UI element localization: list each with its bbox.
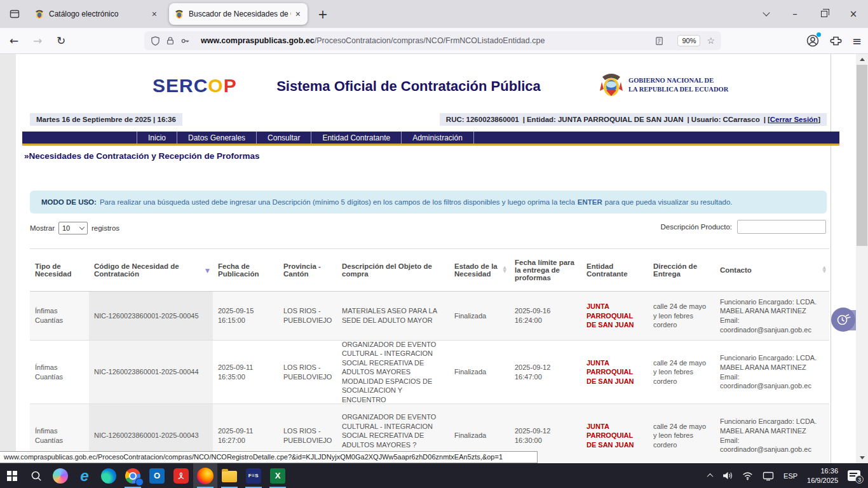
forward-button[interactable]: → [28, 31, 47, 50]
page-scrollbar[interactable] [856, 54, 868, 463]
screen-share-icon[interactable] [763, 471, 774, 481]
product-description-input[interactable] [737, 220, 826, 234]
cell-fecha-limite: 2025-09-12 16:47:00 [510, 341, 581, 403]
sort-both-icon: ▲▼ [823, 266, 826, 273]
taskbar-outlook-button[interactable]: O [145, 463, 169, 488]
bracket: ] [818, 116, 820, 123]
ruc-value: 1260023860001 [466, 116, 519, 123]
logout-link[interactable]: Cerrar Sesión [770, 116, 818, 123]
cell-contacto: Funcionario Encargado: LCDA. MABEL ARANA… [715, 292, 829, 340]
col-header-provincia: Provincia - Cantón [278, 249, 337, 291]
tab-buscador-active[interactable]: Buscador de Necesidades de Co × [169, 3, 308, 25]
ecuador-crest-favicon [34, 9, 44, 19]
new-tab-button[interactable]: + [314, 7, 332, 21]
lock-icon[interactable] [166, 36, 175, 45]
usuario-label: Usuario: [691, 116, 721, 123]
tab-close-icon[interactable]: × [294, 9, 302, 19]
cell-entidad-link[interactable]: JUNTA PARROQUIAL DE SAN JUAN [581, 341, 648, 403]
speaker-icon[interactable] [722, 470, 733, 481]
cell-descripcion: ORGANIZADOR DE EVENTO CULTURAL - INTEGRA… [337, 341, 449, 403]
cell-direccion: calle 24 de mayo y leon febres cordero [648, 341, 715, 403]
notification-center-icon[interactable]: 3 [848, 470, 860, 481]
usage-note-box: MODO DE USO: Para realizar una búsqueda … [30, 191, 827, 214]
bookmark-star-icon[interactable]: ☆ [707, 36, 715, 46]
page-title: »Necesidades de Contratación y Recepción… [24, 151, 260, 161]
system-tray: ESP 16:36 16/9/2025 3 [708, 466, 868, 485]
taskbar-firefox-button[interactable] [193, 463, 217, 488]
page-size-value: 10 [62, 224, 70, 232]
usuario-value: CCarrasco [722, 116, 759, 123]
taskbar-fes-app-button[interactable]: F≡S [241, 463, 266, 488]
menu-item-administracion[interactable]: Administración [402, 132, 474, 144]
tab-catalogo[interactable]: Catálogo electrónico × [29, 3, 164, 25]
cell-fecha-publicacion: 2025-09-11 16:35:00 [213, 341, 278, 403]
taskbar-search-button[interactable] [24, 463, 48, 488]
list-all-tabs-chevron-icon[interactable] [763, 9, 770, 16]
table-header-row: Tipo de Necesidad Código de Necesidad de… [30, 248, 829, 292]
scroll-up-arrow-icon[interactable] [856, 54, 868, 65]
chevron-down-icon [79, 224, 85, 229]
floating-timer-widget[interactable] [831, 308, 855, 332]
separator: | [688, 116, 689, 123]
scrollbar-thumb[interactable] [857, 65, 867, 246]
search-icon [30, 470, 43, 482]
hamburger-menu-icon[interactable]: ≡ [852, 34, 862, 48]
window-minimize-button[interactable]: – [780, 0, 810, 28]
tab-title: Catálogo electrónico [49, 10, 147, 18]
scroll-down-arrow-icon[interactable] [856, 452, 868, 463]
taskbar-internet-explorer-button[interactable]: e [72, 463, 97, 488]
back-button[interactable]: ← [4, 31, 24, 50]
menu-item-inicio[interactable]: Inicio [137, 132, 177, 144]
file-explorer-icon [222, 471, 237, 482]
url-bar[interactable]: www.compraspublicas.gob.ec/ProcesoContra… [144, 31, 721, 50]
windows-taskbar: e O F≡S X ESP 16:36 16/9/2025 3 [0, 463, 868, 488]
taskbar-edge-button[interactable] [97, 463, 121, 488]
taskbar-excel-button[interactable]: X [266, 463, 290, 488]
extensions-puzzle-icon[interactable] [830, 35, 842, 47]
saved-password-key-icon[interactable] [180, 36, 190, 46]
col-header-descripcion: Descripción del Objeto de compra [337, 249, 449, 291]
tray-date: 16/9/2025 [807, 476, 838, 485]
page-size-select[interactable]: 10 [58, 222, 88, 234]
page-viewport: SERCOP Sistema Oficial de Contratación P… [0, 54, 868, 463]
restore-icon [821, 11, 827, 17]
menu-item-consultar[interactable]: Consultar [257, 132, 311, 144]
table-row: Ínfimas Cuantías NIC-1260023860001-2025-… [30, 292, 829, 341]
taskbar-chrome-button[interactable] [121, 463, 145, 488]
tray-expand-chevron-icon[interactable] [707, 473, 714, 480]
url-path: /ProcesoContratacion/compras/NCO/FrmNCOL… [315, 36, 545, 45]
reload-button[interactable]: ↻ [51, 31, 71, 50]
window-close-button[interactable]: × [839, 0, 868, 28]
tab-close-icon[interactable]: × [150, 9, 159, 19]
firefox-view-icon[interactable] [5, 4, 24, 24]
col-header-contacto[interactable]: Contacto ▲▼ [715, 249, 829, 291]
cell-entidad-link[interactable]: JUNTA PARROQUIAL DE SAN JUAN [581, 404, 648, 463]
reader-mode-icon[interactable] [654, 36, 664, 46]
menu-item-datos-generales[interactable]: Datos Generales [177, 132, 257, 144]
menu-item-entidad-contratante[interactable]: Entidad Contratante [311, 132, 402, 144]
cell-provincia: LOS RIOS - PUEBLOVIEJO [278, 292, 337, 340]
cell-estado: Finalizada [449, 292, 510, 340]
taskbar-file-explorer-button[interactable] [217, 463, 241, 488]
site-title: Sistema Oficial de Contratación Pública [272, 78, 545, 95]
cell-entidad-link[interactable]: JUNTA PARROQUIAL DE SAN JUAN [581, 292, 648, 340]
keyboard-language-indicator[interactable]: ESP [783, 472, 797, 480]
zoom-level-chip[interactable]: 90% [677, 35, 700, 46]
taskbar-copilot-button[interactable] [48, 463, 72, 488]
gov-line2: LA REPUBLICA DEL ECUADOR [628, 85, 728, 94]
page-size-control: Mostrar 10 registros [30, 222, 119, 234]
ecuador-coat-of-arms-icon [599, 71, 623, 100]
taskbar-acrobat-button[interactable] [169, 463, 193, 488]
cell-tipo: Ínfimas Cuantías [30, 292, 89, 340]
taskbar-clock[interactable]: 16:36 16/9/2025 [807, 466, 838, 485]
window-restore-button[interactable] [810, 0, 839, 28]
col-header-fecha-limite: Fecha límite para la entrega de proforma… [510, 249, 581, 291]
col-header-estado[interactable]: Estado de la Necesidad ▲▼ [449, 249, 510, 291]
col-header-codigo[interactable]: Código de Necesidad de Contratación ▼ [89, 249, 213, 291]
col-header-fecha-publicacion: Fecha de Publicación [213, 249, 278, 291]
account-icon[interactable] [806, 34, 820, 48]
outlook-icon: O [149, 468, 165, 484]
start-button[interactable] [0, 463, 24, 488]
url-domain: www.compraspublicas.gob.ec [201, 36, 315, 45]
wifi-icon[interactable] [742, 470, 753, 481]
